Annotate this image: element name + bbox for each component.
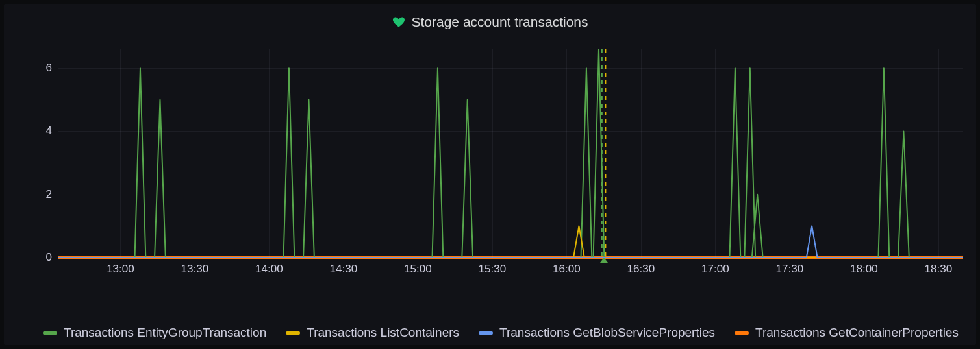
annotation-marker[interactable] xyxy=(600,258,608,263)
y-tick-label: 2 xyxy=(29,188,58,201)
legend-label: Transactions GetBlobServiceProperties xyxy=(499,326,715,340)
gridline-v xyxy=(566,49,567,258)
legend-swatch xyxy=(735,331,749,335)
gridline-v xyxy=(641,49,642,258)
y-tick-label: 6 xyxy=(29,62,58,75)
chart-area[interactable]: 024613:0013:3014:0014:3015:0015:3016:001… xyxy=(22,49,966,280)
x-tick-label: 17:00 xyxy=(701,258,729,276)
chart-panel: Storage account transactions 024613:0013… xyxy=(4,4,976,345)
legend-label: Transactions EntityGroupTransaction xyxy=(64,326,266,340)
gridline-v xyxy=(120,49,121,258)
gridline-v xyxy=(418,49,418,258)
gridline-v xyxy=(344,49,344,258)
legend-swatch xyxy=(43,331,57,335)
legend-swatch xyxy=(479,331,493,335)
x-tick-label: 14:00 xyxy=(255,258,283,276)
x-tick-label: 14:30 xyxy=(330,258,358,276)
gridline-v xyxy=(715,49,716,258)
y-tick-label: 0 xyxy=(29,251,58,264)
legend-swatch xyxy=(286,331,300,335)
gridline-v xyxy=(790,49,790,258)
x-tick-label: 15:00 xyxy=(404,258,432,276)
x-tick-label: 13:00 xyxy=(107,258,134,276)
legend-item[interactable]: Transactions EntityGroupTransaction xyxy=(43,326,266,340)
gridline-v xyxy=(938,49,939,258)
legend-label: Transactions GetContainerProperties xyxy=(755,326,959,340)
gridline-v xyxy=(864,49,864,258)
x-tick-label: 16:30 xyxy=(627,258,655,276)
x-tick-label: 18:30 xyxy=(925,258,953,276)
heart-icon xyxy=(392,16,405,29)
x-tick-label: 17:30 xyxy=(776,258,804,276)
legend-item[interactable]: Transactions GetContainerProperties xyxy=(735,326,959,340)
legend-label: Transactions ListContainers xyxy=(307,326,459,340)
x-tick-label: 15:30 xyxy=(479,258,507,276)
x-tick-label: 13:30 xyxy=(181,258,209,276)
x-tick-label: 16:00 xyxy=(553,258,581,276)
x-tick-label: 18:00 xyxy=(850,258,878,276)
panel-title-row[interactable]: Storage account transactions xyxy=(4,4,976,40)
legend: Transactions EntityGroupTransactionTrans… xyxy=(43,326,966,340)
plot-area[interactable]: 024613:0013:3014:0014:3015:0015:3016:001… xyxy=(58,49,963,258)
gridline-v xyxy=(269,49,270,258)
gridline-v xyxy=(492,49,493,258)
legend-item[interactable]: Transactions ListContainers xyxy=(286,326,459,340)
gridline-v xyxy=(195,49,195,258)
panel-title-text: Storage account transactions xyxy=(412,14,588,30)
legend-item[interactable]: Transactions GetBlobServiceProperties xyxy=(479,326,715,340)
y-tick-label: 4 xyxy=(29,125,58,138)
